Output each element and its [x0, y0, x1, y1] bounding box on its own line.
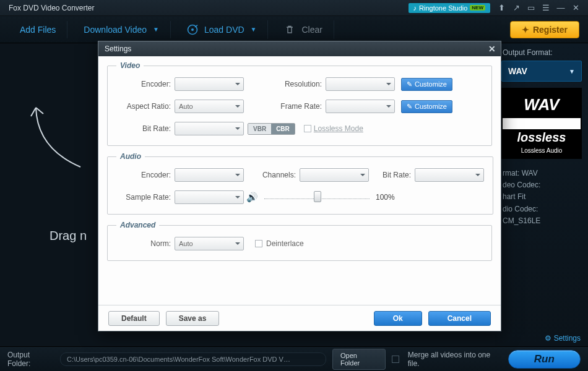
meta-acodec: dio Codec:	[503, 203, 581, 215]
checkbox-icon	[304, 125, 311, 132]
lossless-label: Lossless Mode	[314, 124, 363, 133]
cbr-option[interactable]: CBR	[271, 124, 295, 134]
menu-icon[interactable]: ☰	[538, 2, 553, 14]
meta-vcodec: deo Codec:	[503, 179, 581, 191]
resolution-label: Resolution:	[272, 80, 326, 88]
close-icon[interactable]: ✕	[568, 2, 583, 14]
audio-encoder-label: Encoder:	[116, 171, 175, 179]
load-dvd-label: Load DVD	[204, 25, 244, 35]
pencil-icon: ✎	[407, 103, 412, 111]
chevron-down-icon: ▼	[569, 68, 575, 75]
dialog-footer: Default Save as Ok Cancel	[98, 305, 501, 331]
audio-bitrate-label: Bit Rate:	[378, 171, 415, 179]
advanced-legend: Advanced	[116, 221, 159, 229]
audio-group: Audio Encoder: Channels: Bit Rate: Sampl…	[107, 152, 493, 215]
feedback-icon[interactable]: ▭	[524, 2, 538, 14]
open-folder-button[interactable]: Open Folder	[332, 349, 386, 370]
download-video-button[interactable]: Download Video ▼	[72, 21, 171, 38]
audio-legend: Audio	[116, 152, 145, 161]
titlebar: Fox DVD Video Converter ♪ Ringtone Studi…	[0, 0, 588, 16]
ringtone-label: Ringtone Studio	[419, 4, 467, 12]
dialog-titlebar: Settings ✕	[98, 41, 501, 56]
minimize-icon[interactable]: —	[553, 2, 568, 14]
pencil-icon: ✎	[407, 80, 412, 88]
format-meta: rmat: WAV deo Codec: hart Fit dio Codec:…	[503, 168, 581, 227]
resolution-customize-button[interactable]: ✎ Customize	[401, 78, 452, 91]
audio-bitrate-select[interactable]	[415, 168, 484, 182]
meta-fit: hart Fit	[503, 191, 581, 203]
ringtone-icon: ♪	[413, 4, 417, 12]
output-format-selector[interactable]: WAV ▼	[501, 61, 582, 82]
frame-rate-label: Frame Rate:	[272, 102, 326, 111]
channels-select[interactable]	[300, 168, 369, 182]
disc-icon	[187, 24, 198, 35]
video-encoder-select[interactable]	[175, 77, 244, 91]
default-button[interactable]: Default	[108, 311, 160, 326]
output-format-header: Output Format:	[495, 48, 588, 61]
format-preview-card: WAV lossless Lossless Audio	[501, 88, 582, 159]
cancel-button[interactable]: Cancel	[428, 311, 491, 326]
output-format-code: WAV	[508, 66, 527, 76]
aspect-ratio-label: Aspect Ratio:	[116, 102, 175, 111]
run-button[interactable]: Run	[508, 350, 581, 369]
drag-hint-text: Drag n	[50, 229, 87, 243]
volume-icon: 🔊	[246, 192, 258, 203]
frame-rate-customize-label: Customize	[415, 103, 447, 110]
meta-format: rmat: WAV	[503, 168, 581, 179]
video-encoder-label: Encoder:	[116, 80, 175, 88]
clear-button[interactable]: Clear	[273, 20, 334, 39]
toolbar: Add Files Download Video ▼ Load DVD ▼ Cl…	[0, 16, 588, 43]
video-legend: Video	[116, 61, 144, 70]
frame-rate-customize-button[interactable]: ✎ Customize	[401, 100, 452, 113]
norm-select[interactable]: Auto	[175, 237, 244, 250]
add-files-label: Add Files	[20, 25, 56, 35]
save-as-button[interactable]: Save as	[166, 311, 220, 326]
lossless-checkbox[interactable]: Lossless Mode	[304, 124, 363, 133]
bottom-bar: Output Folder: C:\Users\pc0359.cn-06\Doc…	[0, 346, 588, 371]
register-button[interactable]: ✦ Register	[510, 21, 579, 38]
volume-slider[interactable]	[264, 195, 370, 199]
sample-rate-label: Sample Rate:	[116, 193, 175, 202]
format-sub-label: Lossless Audio	[503, 146, 581, 158]
resolution-customize-label: Customize	[415, 80, 447, 88]
audio-encoder-select[interactable]	[175, 168, 244, 182]
chevron-down-icon: ▼	[251, 26, 257, 33]
output-folder-label: Output Folder:	[7, 351, 54, 368]
gear-icon: ⚙	[545, 334, 551, 343]
output-folder-path[interactable]: C:\Users\pc0359.cn-06\Documents\WonderFo…	[60, 352, 326, 366]
clear-label: Clear	[301, 25, 322, 35]
deinterlace-label: Deinterlace	[266, 239, 304, 248]
app-title: Fox DVD Video Converter	[9, 4, 95, 12]
bitrate-mode-segmented[interactable]: VBR CBR	[248, 123, 295, 135]
merge-checkbox[interactable]	[392, 355, 402, 364]
share-icon[interactable]: ↗	[509, 2, 524, 14]
aspect-ratio-select[interactable]: Auto	[175, 100, 244, 113]
channels-label: Channels:	[256, 171, 300, 179]
dialog-close-icon[interactable]: ✕	[488, 44, 496, 54]
video-group: Video Encoder: Resolution: ✎ Customize A…	[107, 61, 492, 146]
deinterlace-checkbox[interactable]: Deinterlace	[255, 239, 304, 248]
add-files-button[interactable]: Add Files	[9, 21, 67, 38]
settings-link[interactable]: ⚙ Settings	[545, 334, 581, 343]
frame-rate-select[interactable]	[326, 100, 395, 113]
load-dvd-button[interactable]: Load DVD ▼	[176, 20, 269, 39]
format-brand-label: lossless	[503, 129, 581, 146]
new-badge: NEW	[470, 5, 485, 11]
chevron-down-icon: ▼	[153, 26, 159, 33]
output-format-panel: Output Format: WAV ▼ WAV lossless Lossle…	[495, 43, 588, 346]
video-bitrate-label: Bit Rate:	[116, 124, 175, 133]
slider-thumb[interactable]	[314, 191, 321, 202]
upload-icon[interactable]: ⬆	[494, 2, 509, 14]
vbr-option[interactable]: VBR	[248, 124, 271, 134]
trash-icon	[284, 24, 295, 35]
sample-rate-select[interactable]	[175, 190, 244, 204]
resolution-select[interactable]	[326, 77, 395, 91]
norm-label: Norm:	[116, 239, 175, 248]
hint-arrow-icon	[25, 99, 93, 173]
ok-button[interactable]: Ok	[374, 311, 422, 326]
ringtone-studio-link[interactable]: ♪ Ringtone Studio NEW	[409, 3, 490, 13]
settings-link-label: Settings	[554, 334, 581, 343]
download-video-label: Download Video	[84, 25, 147, 35]
video-bitrate-select[interactable]	[175, 122, 244, 135]
checkbox-icon	[255, 240, 262, 247]
